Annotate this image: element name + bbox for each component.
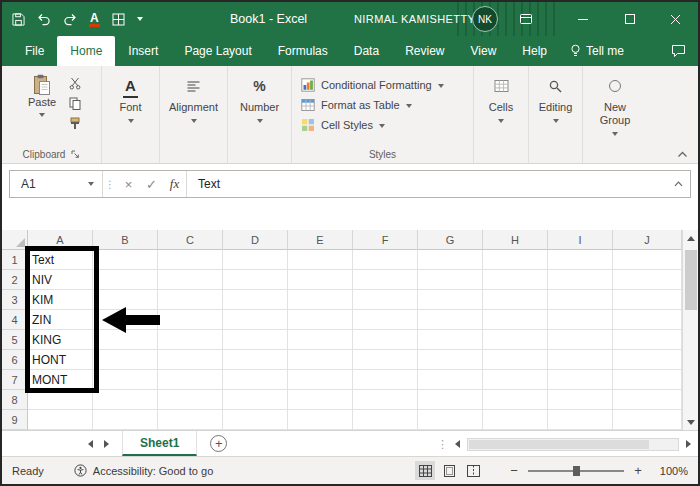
minimize-button[interactable] <box>561 2 606 36</box>
cell[interactable] <box>613 410 682 430</box>
cell[interactable] <box>288 370 353 390</box>
cell[interactable] <box>158 330 223 350</box>
cell[interactable] <box>353 350 418 370</box>
cell[interactable] <box>418 310 483 330</box>
cell[interactable] <box>288 350 353 370</box>
undo-button[interactable] <box>37 13 51 26</box>
cell[interactable] <box>613 250 682 270</box>
cell[interactable] <box>548 250 613 270</box>
column-header-J[interactable]: J <box>613 230 682 250</box>
cell[interactable] <box>418 290 483 310</box>
cell[interactable] <box>483 310 548 330</box>
cell[interactable] <box>223 370 288 390</box>
zoom-level[interactable]: 100% <box>652 465 688 477</box>
cell[interactable] <box>288 410 353 430</box>
cell[interactable] <box>548 410 613 430</box>
page-break-preview-icon[interactable] <box>463 461 483 480</box>
cell-A9[interactable] <box>28 410 93 430</box>
cell[interactable] <box>548 350 613 370</box>
tab-file[interactable]: File <box>12 36 57 66</box>
qat-customize-chevron-icon[interactable] <box>137 17 143 21</box>
scroll-right-icon[interactable] <box>686 440 691 448</box>
column-header-C[interactable]: C <box>158 230 223 250</box>
alignment-group-button[interactable]: Alignment <box>160 66 228 163</box>
tab-view[interactable]: View <box>458 36 510 66</box>
next-sheet-icon[interactable] <box>104 440 109 448</box>
insert-function-icon[interactable]: fx <box>163 171 186 197</box>
cell[interactable] <box>223 350 288 370</box>
cell-A8[interactable] <box>28 390 93 410</box>
enter-icon[interactable]: ✓ <box>140 171 163 197</box>
cell-styles-button[interactable]: Cell Styles <box>301 115 385 135</box>
number-group-button[interactable]: % Number <box>228 66 292 163</box>
font-group-button[interactable]: A Font <box>102 66 160 163</box>
cell[interactable] <box>158 250 223 270</box>
cell[interactable] <box>483 250 548 270</box>
cell[interactable] <box>483 390 548 410</box>
name-box[interactable]: A1 <box>10 171 102 197</box>
redo-button[interactable] <box>63 13 77 26</box>
cell[interactable] <box>223 250 288 270</box>
cell[interactable] <box>483 330 548 350</box>
vertical-scrollbar[interactable] <box>682 230 698 430</box>
normal-view-icon[interactable] <box>415 461 435 480</box>
maximize-button[interactable] <box>607 2 652 36</box>
cell[interactable] <box>548 390 613 410</box>
zoom-in-button[interactable]: + <box>633 463 643 478</box>
expand-formula-bar-icon[interactable] <box>666 171 690 197</box>
ribbon-display-options-icon[interactable] <box>503 2 548 36</box>
scroll-up-icon[interactable] <box>683 230 698 246</box>
cell[interactable] <box>353 410 418 430</box>
scroll-down-icon[interactable] <box>683 414 698 430</box>
cell[interactable] <box>353 370 418 390</box>
conditional-formatting-button[interactable]: Conditional Formatting <box>301 75 444 95</box>
borders-icon[interactable] <box>112 13 125 26</box>
cancel-icon[interactable]: × <box>117 171 140 197</box>
collapse-ribbon-icon[interactable] <box>677 151 688 158</box>
cell[interactable] <box>613 390 682 410</box>
cell[interactable] <box>158 290 223 310</box>
cell[interactable] <box>613 290 682 310</box>
cell[interactable] <box>288 270 353 290</box>
vertical-scrollbar-thumb[interactable] <box>685 250 697 310</box>
comments-icon[interactable] <box>671 36 686 66</box>
cell[interactable] <box>158 370 223 390</box>
format-painter-button[interactable] <box>69 117 81 130</box>
row-header-8[interactable]: 8 <box>2 390 28 410</box>
zoom-slider[interactable] <box>528 470 624 472</box>
sheet-tab-sheet1[interactable]: Sheet1 <box>122 431 197 456</box>
zoom-slider-thumb[interactable] <box>573 466 580 476</box>
cells-group-button[interactable]: Cells <box>474 66 529 163</box>
cell[interactable] <box>158 270 223 290</box>
cell[interactable] <box>613 350 682 370</box>
horizontal-scrollbar-track[interactable] <box>467 438 679 451</box>
cell[interactable] <box>288 310 353 330</box>
cell[interactable] <box>223 270 288 290</box>
cell[interactable] <box>288 250 353 270</box>
tab-formulas[interactable]: Formulas <box>265 36 341 66</box>
cell[interactable] <box>548 330 613 350</box>
cell[interactable] <box>353 270 418 290</box>
cell[interactable] <box>158 390 223 410</box>
column-header-I[interactable]: I <box>548 230 613 250</box>
cell[interactable] <box>483 370 548 390</box>
column-header-D[interactable]: D <box>223 230 288 250</box>
cell[interactable] <box>223 390 288 410</box>
cell[interactable] <box>93 350 158 370</box>
cell[interactable] <box>93 250 158 270</box>
row-header-9[interactable]: 9 <box>2 410 28 430</box>
cell[interactable] <box>418 250 483 270</box>
cell[interactable] <box>223 290 288 310</box>
tell-me[interactable]: Tell me <box>560 36 634 66</box>
column-header-B[interactable]: B <box>93 230 158 250</box>
cell[interactable] <box>548 290 613 310</box>
cell[interactable] <box>93 330 158 350</box>
tab-page-layout[interactable]: Page Layout <box>171 36 264 66</box>
cell[interactable] <box>548 370 613 390</box>
horizontal-scrollbar-thumb[interactable] <box>469 440 649 449</box>
cell[interactable] <box>418 410 483 430</box>
new-group-button[interactable]: New Group <box>583 66 647 163</box>
accessibility-status[interactable]: Accessibility: Good to go <box>74 464 213 477</box>
scroll-left-icon[interactable] <box>455 440 460 448</box>
cell[interactable] <box>483 350 548 370</box>
